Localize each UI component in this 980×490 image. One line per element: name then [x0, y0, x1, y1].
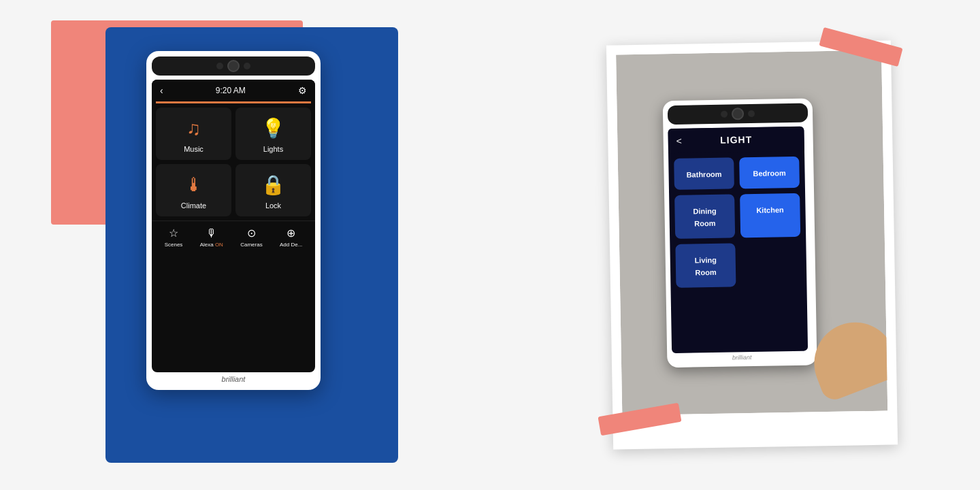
dining-room-label: DiningRoom [693, 207, 716, 228]
brilliant-device-right: < LIGHT Bathroom Bedroom [663, 98, 817, 368]
bedroom-button[interactable]: Bedroom [739, 157, 800, 189]
bottom-nav: ☆ Scenes 🎙 Alexa ON ⊙ Cameras ⊕ Add De..… [152, 220, 315, 250]
camera-bar-left [152, 56, 315, 76]
lights-label: Lights [263, 145, 283, 153]
rooms-grid: Bathroom Bedroom DiningRoom Kitchen [668, 151, 807, 293]
nav-alexa[interactable]: 🎙 Alexa ON [200, 227, 223, 248]
brilliant-device-left: ‹ 9:20 AM ⚙ ♫ Music 💡 Lights 🌡 [146, 51, 321, 390]
polaroid-photo: < LIGHT Bathroom Bedroom [616, 50, 887, 416]
scenes-icon: ☆ [169, 227, 178, 240]
main-grid: ♫ Music 💡 Lights 🌡 Climate 🔒 Lock [152, 103, 315, 220]
cameras-icon: ⊙ [247, 227, 256, 240]
camera-dot-r1 [721, 111, 728, 118]
living-room-label: LivingRoom [694, 256, 717, 277]
camera-dot-2 [244, 63, 250, 69]
left-section: ‹ 9:20 AM ⚙ ♫ Music 💡 Lights 🌡 [37, 0, 487, 490]
back-arrow-left[interactable]: ‹ [160, 85, 163, 96]
device-screen-left: ‹ 9:20 AM ⚙ ♫ Music 💡 Lights 🌡 [152, 80, 315, 372]
camera-dot-1 [216, 63, 223, 69]
dining-room-button[interactable]: DiningRoom [674, 194, 735, 239]
light-screen-header: < LIGHT [668, 127, 804, 153]
cameras-nav-label: Cameras [240, 242, 262, 248]
nav-add[interactable]: ⊕ Add De... [280, 227, 302, 248]
climate-label: Climate [181, 201, 206, 210]
camera-lens-left [227, 60, 240, 72]
light-title: LIGHT [720, 134, 752, 146]
light-back-arrow[interactable]: < [676, 135, 682, 146]
lock-label: Lock [265, 201, 281, 210]
alexa-icon: 🎙 [206, 227, 217, 240]
lights-icon: 💡 [261, 117, 285, 140]
photo-background: < LIGHT Bathroom Bedroom [616, 50, 887, 416]
music-icon: ♫ [186, 118, 201, 140]
device-screen-right: < LIGHT Bathroom Bedroom [668, 127, 808, 353]
nav-scenes[interactable]: ☆ Scenes [165, 227, 183, 248]
music-label: Music [184, 145, 203, 153]
add-icon: ⊕ [287, 227, 295, 240]
nav-cameras[interactable]: ⊙ Cameras [240, 227, 262, 248]
bathroom-label: Bathroom [686, 170, 721, 179]
brand-right: brilliant [672, 350, 812, 363]
living-room-button[interactable]: LivingRoom [675, 243, 736, 288]
bathroom-button[interactable]: Bathroom [674, 157, 734, 190]
climate-icon: 🌡 [184, 174, 203, 196]
climate-tile[interactable]: 🌡 Climate [156, 164, 231, 216]
scenes-nav-label: Scenes [165, 242, 183, 248]
lights-tile[interactable]: 💡 Lights [235, 108, 311, 160]
screen-header-left: ‹ 9:20 AM ⚙ [152, 80, 315, 101]
time-display: 9:20 AM [216, 86, 246, 95]
settings-icon[interactable]: ⚙ [298, 85, 307, 96]
brand-left: brilliant [152, 372, 315, 385]
kitchen-label: Kitchen [756, 206, 784, 214]
camera-lens-right [732, 108, 744, 120]
camera-dot-r2 [748, 110, 755, 117]
add-nav-label: Add De... [280, 242, 302, 248]
polaroid-frame: < LIGHT Bathroom Bedroom [606, 40, 898, 449]
camera-bar-right [668, 103, 808, 125]
music-tile[interactable]: ♫ Music [156, 108, 231, 160]
lock-tile[interactable]: 🔒 Lock [235, 164, 311, 216]
lock-icon: 🔒 [261, 174, 285, 196]
kitchen-button[interactable]: Kitchen [740, 193, 800, 238]
alexa-nav-label: Alexa ON [200, 242, 223, 248]
bedroom-label: Bedroom [753, 169, 785, 178]
right-section: < LIGHT Bathroom Bedroom [561, 0, 943, 490]
